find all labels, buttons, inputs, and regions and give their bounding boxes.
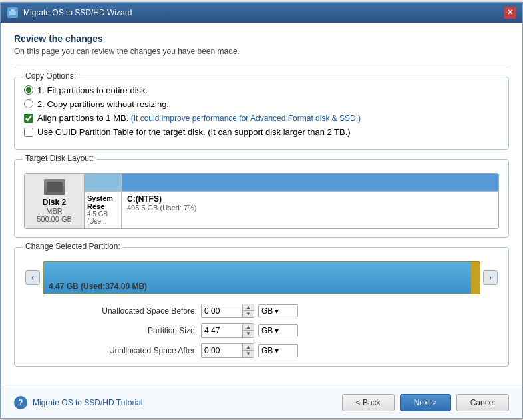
- unallocated-after-spinner: ▲ ▼: [242, 344, 254, 357]
- disk-type: MBR: [46, 207, 62, 215]
- unallocated-before-label: Unallocated Space Before:: [64, 306, 197, 315]
- target-disk-section: Target Disk Layout: Disk 2 MBR 500.00 GB: [14, 159, 509, 238]
- footer-left: ? Migrate OS to SSD/HD Tutorial: [14, 396, 142, 409]
- main-partition-info[interactable]: C:(NTFS) 495.5 GB (Used: 7%): [122, 192, 498, 228]
- disk-info: Disk 2 MBR 500.00 GB: [25, 174, 85, 228]
- checkbox-guid[interactable]: [24, 128, 33, 137]
- unallocated-before-input-group: ▲ ▼: [201, 304, 254, 318]
- disk-size: 500.00 GB: [37, 215, 72, 223]
- help-link[interactable]: Migrate OS to SSD/HD Tutorial: [33, 398, 142, 407]
- checkbox-guid-label: Use GUID Partition Table for the target …: [37, 127, 351, 137]
- main-partition-name: C:(NTFS): [127, 194, 493, 204]
- unallocated-before-spinner: ▲ ▼: [242, 304, 254, 317]
- unallocated-after-input[interactable]: [202, 344, 242, 357]
- page-title: Review the changes: [14, 33, 509, 44]
- checkbox-row-1: Align partitions to 1 MB. (It could impr…: [24, 113, 499, 123]
- title-bar: Migrate OS to SSD/HD Wizard ✕: [1, 3, 522, 23]
- partition-bars: System Rese 4.5 GB (Use... C:(NTFS) 495.…: [85, 174, 498, 228]
- radio-copy-label: 2. Copy partitions without resizing.: [37, 99, 169, 109]
- unallocated-before-unit[interactable]: GB▾: [258, 304, 298, 317]
- back-button[interactable]: < Back: [342, 394, 395, 411]
- partition-size-input[interactable]: [202, 324, 242, 337]
- disk-name: Disk 2: [43, 198, 66, 207]
- disk-layout: Disk 2 MBR 500.00 GB System Rese 4.5 GB …: [24, 173, 499, 229]
- partition-color-bar: [85, 174, 498, 191]
- change-partition-label: Change Selected Partition:: [23, 242, 123, 251]
- partition-size-unit[interactable]: GB▾: [258, 324, 298, 337]
- unallocated-after-spin-up[interactable]: ▲: [243, 344, 254, 351]
- partition-size-spinner: ▲ ▼: [242, 324, 254, 337]
- main-color-seg: [122, 174, 498, 191]
- unallocated-before-spin-up[interactable]: ▲: [243, 304, 254, 311]
- partition-labels-row: System Rese 4.5 GB (Use... C:(NTFS) 495.…: [85, 191, 498, 228]
- checkbox-align-label: Align partitions to 1 MB. (It could impr…: [37, 113, 361, 123]
- partition-size-spin-down[interactable]: ▼: [243, 331, 254, 337]
- unallocated-before-spin-down[interactable]: ▼: [243, 311, 254, 317]
- page-subtitle: On this page you can review the changes …: [14, 47, 509, 56]
- help-icon[interactable]: ?: [14, 396, 27, 409]
- window-title: Migrate OS to SSD/HD Wizard: [23, 8, 132, 17]
- footer-buttons: < Back Next > Cancel: [342, 394, 509, 411]
- unallocated-after-label: Unallocated Space After:: [64, 346, 197, 355]
- footer: ? Migrate OS to SSD/HD Tutorial < Back N…: [1, 387, 522, 418]
- change-partition-section: Change Selected Partition: ‹ 4.47 GB (Us…: [14, 247, 509, 367]
- main-partition-size: 495.5 GB (Used: 7%): [127, 204, 493, 212]
- copy-options-label: Copy Options:: [23, 71, 79, 81]
- title-bar-left: Migrate OS to SSD/HD Wizard: [7, 7, 132, 18]
- close-button[interactable]: ✕: [504, 7, 516, 19]
- header-divider: [14, 67, 509, 67]
- checkbox-row-2: Use GUID Partition Table for the target …: [24, 127, 499, 137]
- slider-left-button[interactable]: ‹: [25, 270, 40, 285]
- partition-slider-track: 4.47 GB (Used:374.00 MB): [43, 261, 480, 294]
- sys-color-seg: [85, 174, 122, 191]
- svg-rect-1: [11, 9, 15, 12]
- radio-fit-label: 1. Fit partitions to entire disk.: [37, 85, 148, 95]
- target-disk-label: Target Disk Layout:: [23, 154, 96, 163]
- app-icon: [7, 7, 18, 18]
- partition-size-spin-up[interactable]: ▲: [243, 324, 254, 331]
- sys-partition-size: 4.5 GB (Use...: [87, 210, 118, 225]
- partition-size-field-label: Partition Size:: [64, 326, 197, 335]
- partition-size-label: 4.47 GB (Used:374.00 MB): [49, 282, 147, 291]
- sys-partition-name: System Rese: [87, 194, 118, 210]
- cancel-button[interactable]: Cancel: [456, 394, 509, 411]
- sys-partition-info[interactable]: System Rese 4.5 GB (Use...: [85, 192, 122, 228]
- disk-icon: [44, 179, 65, 195]
- content-area: Review the changes On this page you can …: [1, 23, 522, 387]
- radio-row-2: 2. Copy partitions without resizing.: [24, 99, 499, 109]
- radio-fit-partitions[interactable]: [24, 85, 33, 95]
- partition-slider-container: ‹ 4.47 GB (Used:374.00 MB) ›: [24, 261, 499, 294]
- checkbox-align-partitions[interactable]: [24, 114, 33, 123]
- partition-size-input-group: ▲ ▼: [201, 323, 254, 338]
- unallocated-before-input[interactable]: [202, 304, 242, 317]
- main-window: Migrate OS to SSD/HD Wizard ✕ Review the…: [0, 2, 523, 419]
- unallocated-after-spin-down[interactable]: ▼: [243, 351, 254, 357]
- radio-copy-without-resize[interactable]: [24, 99, 33, 108]
- copy-options-section: Copy Options: 1. Fit partitions to entir…: [14, 77, 509, 150]
- unallocated-after-unit[interactable]: GB▾: [258, 344, 298, 357]
- radio-row-1: 1. Fit partitions to entire disk.: [24, 85, 499, 95]
- slider-right-button[interactable]: ›: [483, 270, 498, 285]
- next-button[interactable]: Next >: [400, 394, 451, 411]
- partition-fields: Unallocated Space Before: ▲ ▼ GB▾ Partit…: [24, 304, 499, 358]
- unallocated-after-input-group: ▲ ▼: [201, 343, 254, 358]
